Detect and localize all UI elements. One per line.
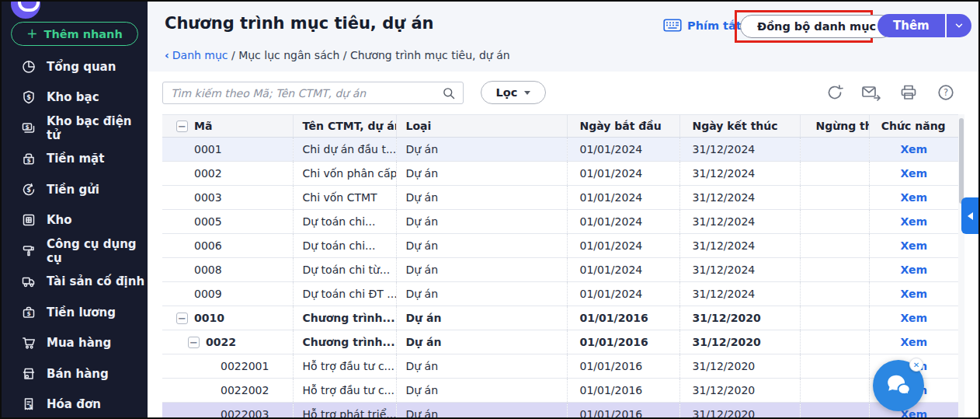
column-header-ngung-theo-doi[interactable]: Ngừng the <box>800 115 869 138</box>
sidebar-item-tong-quan[interactable]: Tổng quan <box>2 51 148 82</box>
row-start-date: 01/01/2024 <box>567 234 679 258</box>
payroll-icon: $ <box>21 305 36 320</box>
breadcrumb-back-link[interactable]: Danh mục <box>172 49 228 61</box>
sidebar-item-kho-bac-dien-tu[interactable]: $ Kho bạc điện tử <box>2 113 148 144</box>
refresh-button[interactable] <box>825 82 845 103</box>
row-end-date: 31/12/2020 <box>679 379 800 403</box>
add-button[interactable]: Thêm <box>877 14 945 37</box>
table-scrollbar[interactable] <box>958 114 964 417</box>
row-name: Chương trình... <box>293 306 396 330</box>
sidebar-item-label: Tiền mặt <box>47 152 104 166</box>
warehouse-icon <box>21 212 36 228</box>
filter-label: Lọc <box>496 86 518 99</box>
table-row[interactable]: 0003Chi vốn CTMTDự án01/01/202431/12/202… <box>162 186 958 210</box>
view-link[interactable]: Xem <box>900 336 927 348</box>
table-row[interactable]: −0010Chương trình...Dự án01/01/201631/12… <box>162 306 958 330</box>
sidebar-item-tien-luong[interactable]: $ Tiền lương <box>2 297 148 328</box>
panel-expander-tab[interactable] <box>961 197 978 234</box>
row-name: Chi vốn CTMT <box>293 186 396 210</box>
table-row[interactable]: 0009Dự toán chi ĐT ...Dự án01/01/202431/… <box>162 282 958 306</box>
collapse-all-toggle[interactable]: − <box>176 120 188 132</box>
view-link[interactable]: Xem <box>900 215 927 228</box>
view-link[interactable]: Xem <box>900 312 927 324</box>
sidebar-item-ban-hang[interactable]: Bán hàng <box>2 358 148 389</box>
view-link[interactable]: Xem <box>900 264 927 276</box>
shortcut-link[interactable]: Phím tắt <box>663 19 742 32</box>
view-link[interactable]: Xem <box>900 288 927 300</box>
row-name: Hỗ trợ đầu tư c... <box>293 354 396 379</box>
row-stop-flag <box>800 210 869 234</box>
column-header-ngay-bat-dau[interactable]: Ngày bắt đầu <box>567 115 679 138</box>
row-end-date: 31/12/2024 <box>679 258 800 282</box>
row-end-date: 31/12/2020 <box>679 403 800 418</box>
column-header-chuc-nang[interactable]: Chức năng <box>869 115 958 138</box>
svg-text:$: $ <box>26 310 30 317</box>
search-input[interactable] <box>163 87 442 100</box>
sidebar-item-label: Kho bạc <box>47 90 99 104</box>
sidebar-item-mua-hang[interactable]: Mua hàng <box>2 328 148 359</box>
row-name: Chương trình... <box>293 330 396 354</box>
sidebar-item-label: Tiền gửi <box>47 183 99 197</box>
collapse-toggle[interactable]: − <box>176 313 188 324</box>
sidebar-item-tai-san-co-dinh[interactable]: Tài sản cố định <box>2 267 148 298</box>
svg-text:?: ? <box>944 87 948 98</box>
svg-text:$: $ <box>26 187 31 194</box>
view-link[interactable]: Xem <box>900 191 927 204</box>
view-link[interactable]: Xem <box>900 167 927 180</box>
add-dropdown-button[interactable] <box>947 14 971 37</box>
row-stop-flag <box>800 138 869 162</box>
filter-button[interactable]: Lọc <box>481 81 546 104</box>
help-button[interactable]: ? <box>936 82 956 103</box>
svg-text:$: $ <box>29 403 33 410</box>
sidebar-item-kho-bac[interactable]: $ Kho bạc <box>2 82 148 113</box>
table-row[interactable]: 0008Dự toán chi từ...Dự án01/01/202431/1… <box>162 258 958 282</box>
row-type: Dự án <box>396 138 567 162</box>
sidebar-item-label: Tiền lương <box>47 306 116 319</box>
sidebar-item-label: Tổng quan <box>47 60 116 74</box>
row-end-date: 31/12/2024 <box>679 210 800 234</box>
collapse-toggle[interactable]: − <box>188 337 200 348</box>
table-header-row: −Mã Tên CTMT, dự án Loại Ngày bắt đầu Ng… <box>162 115 958 138</box>
row-end-date: 31/12/2024 <box>679 138 800 162</box>
column-header-ma[interactable]: −Mã <box>162 115 293 138</box>
sidebar-item-hoa-don[interactable]: $ Hóa đơn <box>2 389 148 419</box>
table-row[interactable]: 0022003Hỗ trợ phát triể...Dự án01/01/201… <box>162 403 958 418</box>
quick-add-button[interactable]: + Thêm nhanh <box>11 22 138 46</box>
row-start-date: 01/01/2024 <box>567 258 679 282</box>
view-link[interactable]: Xem <box>900 143 927 155</box>
view-link[interactable]: Xem <box>900 239 927 252</box>
column-header-ngay-ket-thuc[interactable]: Ngày kết thúc <box>679 115 800 138</box>
table-row[interactable]: 0022001Hỗ trợ đầu tư c...Dự án01/01/2016… <box>162 354 958 379</box>
row-code: 0001 <box>194 143 222 155</box>
sidebar-item-label: Công cụ dụng cụ <box>47 237 148 265</box>
search-box <box>162 82 464 104</box>
row-stop-flag <box>800 403 869 418</box>
table-row[interactable]: 0001Chi dự án đầu t...Dự án01/01/202431/… <box>162 138 958 162</box>
table-row[interactable]: −0022Chương trình...Dự án01/01/201631/12… <box>162 330 958 354</box>
table-row[interactable]: 0022002Hỗ trợ đầu tư c...Dự án01/01/2016… <box>162 379 958 403</box>
sidebar-item-tien-gui[interactable]: $ Tiền gửi <box>2 174 148 205</box>
sync-catalog-button[interactable]: Đồng bộ danh mục <box>740 15 893 38</box>
svg-text:$: $ <box>25 124 29 131</box>
sidebar-item-kho[interactable]: Kho <box>2 205 148 236</box>
row-start-date: 01/01/2024 <box>567 210 679 234</box>
pie-chart-icon <box>21 59 36 75</box>
plus-icon: + <box>26 27 37 40</box>
column-header-loai[interactable]: Loại <box>396 115 567 138</box>
table-row[interactable]: 0005Dự toán chi...Dự án01/01/202431/12/2… <box>162 210 958 234</box>
row-code: 0003 <box>194 191 222 204</box>
sidebar-item-cong-cu-dung-cu[interactable]: Công cụ dụng cụ <box>2 236 148 267</box>
row-code: 0022002 <box>221 384 269 396</box>
send-email-button[interactable] <box>861 82 881 103</box>
chat-close-button[interactable]: ✕ <box>909 358 923 372</box>
row-type: Dự án <box>396 210 567 234</box>
column-header-ten[interactable]: Tên CTMT, dự án <box>293 115 396 138</box>
scrollbar-thumb[interactable] <box>959 118 964 204</box>
invoice-icon: $ <box>21 396 36 412</box>
print-button[interactable] <box>898 82 919 103</box>
table-row[interactable]: 0006Dự toán chi...Dự án01/01/202431/12/2… <box>162 234 958 258</box>
tools-icon <box>21 243 36 259</box>
row-stop-flag <box>800 258 869 282</box>
table-row[interactable]: 0002Chi vốn phân cấpDự án01/01/202431/12… <box>162 162 958 186</box>
sidebar-item-tien-mat[interactable]: $ Tiền mặt <box>2 144 148 175</box>
